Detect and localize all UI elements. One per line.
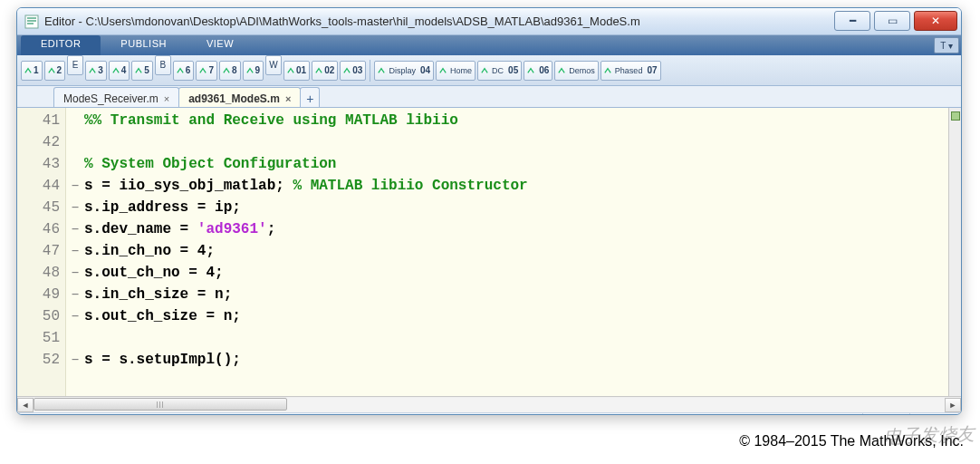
status-line: Ln 1 [862, 413, 909, 415]
ribbon-options-button[interactable]: T ▾ [934, 37, 959, 53]
file-tab[interactable]: ad9361_ModeS.m × [178, 87, 301, 107]
quick-access-button[interactable]: 5 [131, 61, 153, 81]
toolstrip: 12E345B6789W010203 Display04HomeDC0506De… [17, 55, 961, 86]
close-button[interactable]: ✕ [914, 11, 957, 31]
window-controls: ━ ▭ ✕ [831, 11, 957, 31]
file-tab[interactable]: ModeS_Receiver.m × [53, 87, 179, 107]
quick-access-button[interactable]: 2 [44, 61, 66, 81]
quick-access-button[interactable]: 01 [283, 61, 310, 81]
quick-access-button[interactable]: 02 [312, 61, 338, 81]
statusbar: Ln 1 Col 1 [17, 412, 961, 415]
breakpoint-column[interactable]: ––––––– – [66, 108, 84, 396]
file-tab-label: ModeS_Receiver.m [63, 92, 159, 105]
code-status-strip[interactable] [948, 108, 961, 396]
quick-access-button[interactable]: 1 [21, 61, 43, 81]
quick-access-button[interactable]: 9 [243, 61, 264, 81]
ribbon-tab-view[interactable]: VIEW [187, 35, 254, 55]
file-tabs: ModeS_Receiver.m × ad9361_ModeS.m × + [17, 86, 961, 108]
code-ok-icon [951, 111, 960, 121]
quick-access-key-hint: E [67, 55, 83, 75]
watermark: 电子发烧友 [884, 421, 975, 449]
quick-access-button[interactable]: 6 [173, 61, 195, 81]
quick-access-key-hint: B [155, 55, 171, 75]
file-tab-label: ad9361_ModeS.m [188, 92, 280, 105]
toolstrip-group-button[interactable]: Demos [554, 61, 599, 81]
quick-access-button[interactable]: 4 [109, 61, 130, 81]
new-tab-button[interactable]: + [300, 87, 320, 107]
scroll-right-button[interactable]: ► [945, 398, 961, 412]
toolstrip-group-button[interactable]: Phased07 [600, 61, 661, 81]
editor-app-icon [24, 14, 39, 29]
maximize-button[interactable]: ▭ [874, 11, 910, 31]
toolstrip-group-button[interactable]: DC05 [477, 61, 522, 81]
close-icon[interactable]: × [285, 93, 291, 104]
quick-access-button[interactable]: 7 [196, 61, 217, 81]
toolstrip-group-button[interactable]: 06 [524, 61, 552, 81]
quick-access-key-hint: W [265, 55, 282, 75]
titlebar[interactable]: Editor - C:\Users\mdonovan\Desktop\ADI\M… [17, 8, 961, 35]
toolstrip-group-button[interactable]: Display04 [374, 61, 434, 81]
scroll-thumb[interactable] [34, 398, 287, 411]
horizontal-scrollbar[interactable]: ◄ ► [17, 396, 961, 412]
close-icon[interactable]: × [164, 93, 169, 104]
quick-access-button[interactable]: 8 [219, 61, 241, 81]
editor-area[interactable]: 414243444546474849505152 ––––––– – %% Tr… [17, 108, 961, 396]
ribbon-tabs: EDITOR PUBLISH VIEW T ▾ [17, 35, 961, 55]
svg-rect-0 [25, 15, 38, 28]
ribbon-tab-publish[interactable]: PUBLISH [101, 35, 187, 55]
code-text[interactable]: %% Transmit and Receive using MATLAB lib… [84, 108, 961, 396]
scroll-left-button[interactable]: ◄ [17, 398, 34, 412]
ribbon-tab-editor[interactable]: EDITOR [21, 35, 101, 55]
quick-access-button[interactable]: 3 [85, 61, 107, 81]
editor-window: Editor - C:\Users\mdonovan\Desktop\ADI\M… [16, 7, 962, 415]
status-col: Col 1 [909, 413, 961, 415]
toolstrip-group-button[interactable]: Home [436, 61, 476, 81]
minimize-button[interactable]: ━ [834, 11, 870, 31]
line-number-gutter: 414243444546474849505152 [17, 108, 66, 396]
quick-access-button[interactable]: 03 [340, 61, 366, 81]
scroll-track[interactable] [34, 398, 945, 412]
window-title: Editor - C:\Users\mdonovan\Desktop\ADI\M… [44, 14, 831, 28]
